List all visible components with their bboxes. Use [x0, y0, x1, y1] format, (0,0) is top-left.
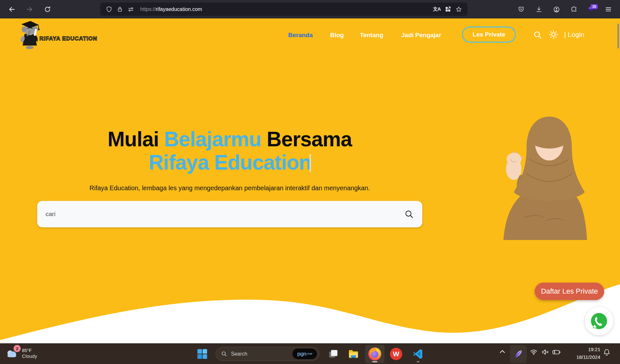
notifications-button[interactable] [603, 348, 611, 356]
back-button[interactable] [6, 3, 18, 16]
wifi-tray-icon[interactable] [530, 348, 538, 356]
pgn-logo[interactable]: pgn COM [292, 348, 317, 359]
reload-icon [44, 6, 51, 13]
theme-toggle-button[interactable] [548, 29, 559, 41]
sun-icon [548, 29, 559, 40]
hero-search-box[interactable] [37, 201, 422, 227]
firefox-view-icon[interactable] [442, 4, 453, 15]
battery-tray-icon[interactable] [552, 348, 561, 356]
wave-divider [0, 271, 620, 343]
site-logo-text[interactable]: RIFAYA EDUCATION [39, 36, 97, 42]
screen: https://rifayaeducation.com 文A 15 [0, 0, 620, 364]
firefox-running-indicator [372, 361, 377, 362]
hero-title-prefix: Mulai [108, 128, 164, 151]
page-scrollbar[interactable] [617, 24, 619, 48]
taskbar-search-icon [221, 351, 227, 357]
puzzle-icon [571, 6, 578, 13]
file-explorer-button[interactable] [345, 345, 362, 363]
menu-button[interactable] [602, 3, 615, 16]
taskbar-search-label: Search [231, 351, 292, 357]
file-explorer-icon [348, 348, 359, 360]
hero-section: Mulai Belajarmu Bersama Rifaya Education… [37, 128, 422, 227]
whatsapp-float-button[interactable] [585, 307, 613, 335]
vscode-running-indicator [417, 361, 419, 362]
permissions-toggle-icon[interactable] [125, 4, 136, 15]
tracking-shield-icon[interactable] [103, 4, 114, 15]
pgn-logo-main: pgn [297, 351, 306, 357]
clock-widget[interactable]: 19:21 18/11/2024 [565, 346, 600, 361]
vscode-icon [412, 348, 424, 360]
elephant-graduate-icon [19, 20, 41, 50]
start-button[interactable] [194, 345, 211, 363]
feather-pen-icon [513, 349, 523, 359]
chevron-up-icon [499, 348, 506, 355]
header-search-button[interactable] [533, 30, 542, 41]
windows-start-icon [197, 348, 208, 359]
wps-office-button[interactable]: W [388, 345, 405, 363]
account-icon [553, 6, 560, 13]
les-private-button[interactable]: Les Private [462, 26, 516, 43]
task-view-icon [328, 349, 339, 359]
extension-badge: 15 [591, 4, 598, 9]
wps-office-icon: W [390, 348, 402, 360]
web-page: RIFAYA EDUCATION Beranda Blog Tentang Ja… [0, 18, 620, 343]
pocket-icon [518, 6, 524, 13]
pocket-button[interactable] [515, 3, 527, 16]
nav-item-blog[interactable]: Blog [330, 32, 344, 39]
hero-title-highlight: Belajarmu [164, 128, 261, 151]
extensions-button[interactable] [568, 3, 580, 16]
site-logo-image[interactable] [19, 20, 41, 51]
hero-title-line2: Rifaya Education [149, 151, 311, 174]
downloads-button[interactable] [533, 3, 545, 16]
task-view-button[interactable] [325, 345, 342, 363]
hero-subtitle: Rifaya Education, lembaga les yang menge… [37, 184, 422, 192]
forward-button[interactable] [23, 3, 36, 16]
browser-toolbar: https://rifayaeducation.com 文A 15 [0, 0, 620, 18]
whatsapp-icon [590, 312, 608, 330]
tray-expand-button[interactable] [499, 348, 506, 355]
hamburger-icon [605, 6, 612, 13]
weather-temperature: 85°F [22, 348, 37, 353]
nav-item-tentang[interactable]: Tentang [360, 32, 383, 39]
firefox-taskbar-button[interactable] [365, 345, 384, 363]
url-bar[interactable]: https://rifayaeducation.com 文A [100, 3, 468, 16]
weather-widget[interactable]: 2 85°F Cloudy [5, 346, 37, 360]
vscode-button[interactable] [410, 345, 426, 363]
url-domain: rifayaeducation.com [156, 6, 202, 12]
forward-icon [26, 6, 33, 13]
volume-muted-tray-icon[interactable] [541, 348, 549, 356]
taskbar: 2 85°F Cloudy Search pgn COM [0, 343, 620, 364]
account-button[interactable] [550, 3, 562, 16]
clock-date: 18/11/2024 [565, 353, 600, 361]
pgn-logo-suffix: COM [307, 353, 312, 355]
reload-button[interactable] [41, 3, 54, 16]
nav-item-jadi-pengajar[interactable]: Jadi Pengajar [401, 32, 441, 39]
hero-search-input[interactable] [46, 211, 404, 218]
translate-icon[interactable]: 文A [431, 4, 442, 15]
hero-title: Mulai Belajarmu Bersama Rifaya Education [37, 128, 422, 174]
bell-icon [603, 348, 611, 356]
lock-icon[interactable] [114, 4, 125, 15]
taskbar-search-box[interactable]: Search pgn COM [215, 347, 319, 361]
weather-alert-badge: 2 [14, 345, 21, 352]
back-icon [8, 6, 16, 13]
weather-condition: Cloudy [22, 353, 37, 359]
firefox-icon [368, 348, 381, 360]
typing-caret [310, 154, 311, 172]
download-icon [536, 6, 542, 13]
clock-time: 19:21 [565, 346, 600, 353]
url-protocol: https:// [140, 6, 156, 12]
url-text: https://rifayaeducation.com [140, 6, 202, 12]
daftar-les-private-button[interactable]: Daftar Les Private [535, 283, 604, 300]
adblock-extension-button[interactable]: 15 [585, 3, 597, 16]
hijab-woman-illustration [494, 111, 587, 241]
bookmark-star-icon[interactable] [453, 4, 464, 15]
login-link[interactable]: | Login [564, 31, 584, 38]
search-icon [533, 30, 542, 39]
nav-item-beranda[interactable]: Beranda [288, 32, 313, 39]
hero-title-suffix: Bersama [261, 128, 352, 151]
search-submit-icon[interactable] [404, 209, 414, 219]
pen-tray-button[interactable] [510, 345, 527, 363]
